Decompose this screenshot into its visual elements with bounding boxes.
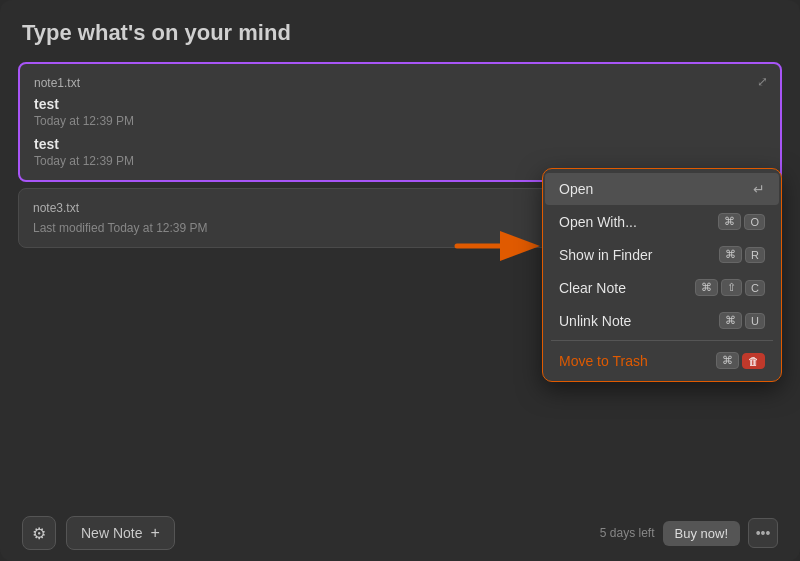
settings-button[interactable]: ⚙ <box>22 516 56 550</box>
shortcut-clear-note: ⌘ ⇧ C <box>695 279 765 296</box>
more-button[interactable]: ••• <box>748 518 778 548</box>
menu-item-clear-note[interactable]: Clear Note ⌘ ⇧ C <box>545 271 779 304</box>
bottom-right-area: 5 days left Buy now! ••• <box>600 518 778 548</box>
menu-label-open: Open <box>559 181 593 197</box>
shortcut-return: ↵ <box>753 181 765 197</box>
cmd-key-3: ⌘ <box>695 279 718 296</box>
cmd-key: ⌘ <box>718 213 741 230</box>
ellipsis-icon: ••• <box>756 525 771 541</box>
trash-key: 🗑 <box>742 353 765 369</box>
new-note-label: New Note <box>81 525 142 541</box>
context-menu: Open ↵ Open With... ⌘ O Show in Finder ⌘… <box>542 168 782 382</box>
app-title: Type what's on your mind <box>18 20 782 46</box>
cmd-key-2: ⌘ <box>719 246 742 263</box>
c-key: C <box>745 280 765 296</box>
o-key: O <box>744 214 765 230</box>
menu-label-open-with: Open With... <box>559 214 637 230</box>
note-timestamp-1b: Today at 12:39 PM <box>34 154 766 168</box>
cmd-key-5: ⌘ <box>716 352 739 369</box>
r-key: R <box>745 247 765 263</box>
shortcut-unlink-note: ⌘ U <box>719 312 765 329</box>
bottom-bar: ⚙ New Note + 5 days left Buy now! ••• <box>18 505 782 561</box>
menu-item-open[interactable]: Open ↵ <box>545 173 779 205</box>
note-timestamp-1a: Today at 12:39 PM <box>34 114 766 128</box>
menu-label-show-finder: Show in Finder <box>559 247 652 263</box>
note-card-1[interactable]: note1.txt ⤢ test Today at 12:39 PM test … <box>18 62 782 182</box>
gear-icon: ⚙ <box>32 524 46 543</box>
note-line-1b: test <box>34 136 766 152</box>
note-line-1a: test <box>34 96 766 112</box>
arrow-indicator <box>452 224 542 272</box>
plus-icon: + <box>150 524 159 542</box>
cmd-key-4: ⌘ <box>719 312 742 329</box>
shift-key: ⇧ <box>721 279 742 296</box>
trial-text: 5 days left <box>600 526 655 540</box>
u-key: U <box>745 313 765 329</box>
menu-item-show-finder[interactable]: Show in Finder ⌘ R <box>545 238 779 271</box>
menu-separator <box>551 340 773 341</box>
buy-button[interactable]: Buy now! <box>663 521 740 546</box>
shortcut-show-finder: ⌘ R <box>719 246 765 263</box>
menu-item-move-trash[interactable]: Move to Trash ⌘ 🗑 <box>545 344 779 377</box>
note-filename-1: note1.txt <box>34 76 766 90</box>
shortcut-open-with: ⌘ O <box>718 213 765 230</box>
shortcut-move-trash: ⌘ 🗑 <box>716 352 765 369</box>
new-note-button[interactable]: New Note + <box>66 516 175 550</box>
menu-label-unlink-note: Unlink Note <box>559 313 631 329</box>
app-container: Type what's on your mind note1.txt ⤢ tes… <box>0 0 800 561</box>
external-link-icon-1: ⤢ <box>757 74 768 89</box>
menu-item-unlink-note[interactable]: Unlink Note ⌘ U <box>545 304 779 337</box>
menu-label-clear-note: Clear Note <box>559 280 626 296</box>
menu-item-open-with[interactable]: Open With... ⌘ O <box>545 205 779 238</box>
menu-label-move-trash: Move to Trash <box>559 353 648 369</box>
